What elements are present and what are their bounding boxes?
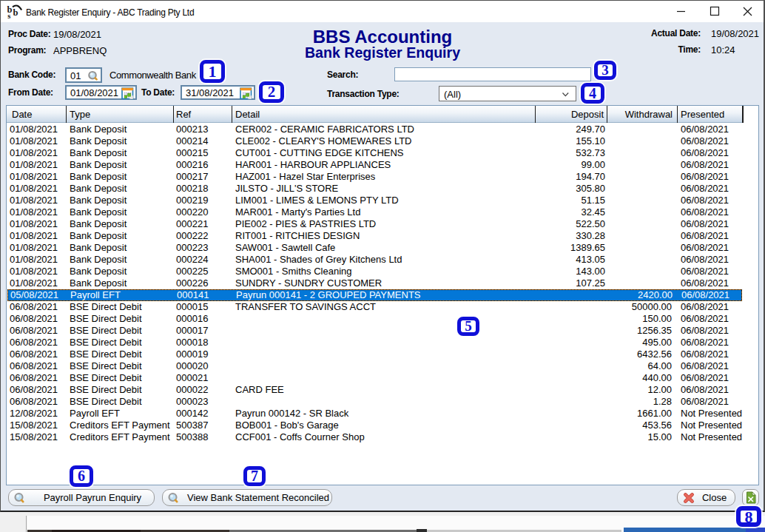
svg-text:b: b [13,7,18,18]
svg-text:s: s [7,12,10,20]
